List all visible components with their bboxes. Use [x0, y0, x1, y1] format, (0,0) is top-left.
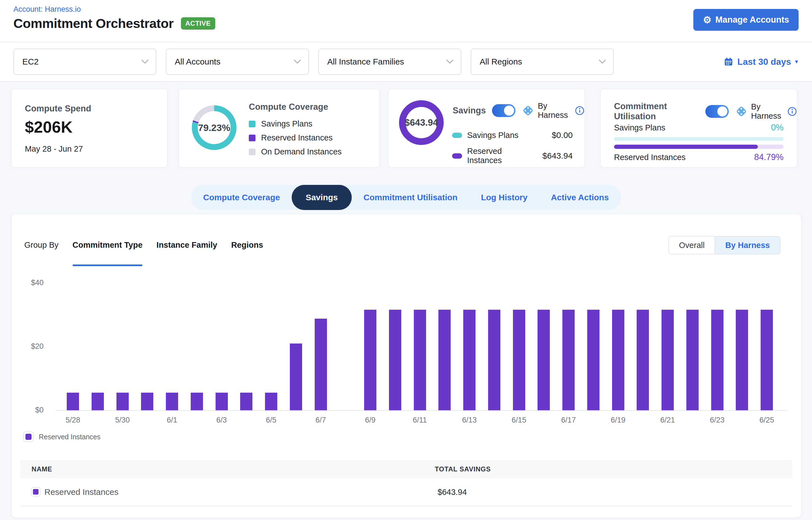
reserved-instances-utilisation-value: 84.79% — [754, 152, 784, 162]
group-by-controls: Group By Commitment Type Instance Family… — [24, 240, 263, 250]
compute-coverage-center-value: 79.23% — [192, 105, 236, 150]
table-header: NAME TOTAL SAVINGS — [20, 460, 792, 478]
x-tick-label: 6/21 — [651, 416, 684, 424]
bar-5/31[interactable] — [141, 393, 153, 410]
bar-6/7[interactable] — [315, 319, 327, 410]
bar-6/23[interactable] — [711, 310, 724, 410]
bar-6/3[interactable] — [215, 393, 228, 410]
account-link[interactable]: Account: Harness.io — [14, 5, 81, 14]
tab-active-actions[interactable]: Active Actions — [539, 185, 621, 210]
filter-bar: EC2 All Accounts All Instance Families A… — [0, 43, 812, 82]
bar-6/12[interactable] — [438, 310, 451, 410]
column-header-name: NAME — [31, 465, 52, 473]
bar-6/5[interactable] — [265, 393, 277, 410]
bar-6/2[interactable] — [191, 393, 203, 410]
segment-by-harness[interactable]: By Harness — [714, 237, 780, 254]
calendar-icon — [724, 57, 734, 67]
column-header-total-savings: TOTAL SAVINGS — [435, 465, 491, 473]
legend-checkbox — [23, 432, 34, 442]
group-by-commitment-type[interactable]: Commitment Type — [73, 240, 143, 250]
x-tick-label: 6/7 — [304, 416, 338, 424]
savings-row-reserved-instances: Reserved Instances $643.94 — [452, 147, 573, 165]
service-select[interactable]: EC2 — [14, 49, 156, 75]
bar-6/17[interactable] — [562, 310, 575, 410]
bar-6/6[interactable] — [290, 343, 302, 410]
tab-log-history[interactable]: Log History — [469, 185, 539, 210]
row-label: Savings Plans — [614, 123, 665, 132]
page-title: Commitment Orchestrator — [14, 16, 174, 31]
regions-select[interactable]: All Regions — [471, 49, 614, 75]
toggle-knob — [504, 106, 514, 115]
row-name: Reserved Instances — [44, 487, 119, 497]
x-tick-label: 6/9 — [353, 416, 387, 424]
savings-plans-utilisation-value: 0% — [771, 123, 784, 133]
x-tick-label: 5/28 — [56, 416, 89, 424]
bar-6/24[interactable] — [736, 310, 748, 410]
group-by-regions[interactable]: Regions — [231, 240, 263, 250]
savings-title: Savings — [453, 106, 486, 115]
bar-6/19[interactable] — [612, 310, 624, 410]
bar-5/30[interactable] — [116, 393, 129, 410]
segment-overall[interactable]: Overall — [669, 237, 715, 254]
harness-logo-icon — [522, 104, 534, 117]
caret-down-icon: ▾ — [795, 58, 798, 66]
bar-5/28[interactable] — [67, 393, 79, 410]
reserved-instances-utilisation-bar — [614, 145, 784, 149]
compute-spend-title: Compute Spend — [25, 104, 91, 114]
bar-6/20[interactable] — [637, 310, 649, 410]
tab-compute-coverage[interactable]: Compute Coverage — [191, 185, 292, 210]
savings-by-harness-toggle[interactable] — [492, 104, 516, 117]
bar-6/21[interactable] — [661, 310, 674, 410]
row-swatch-inner — [33, 489, 38, 495]
y-tick-label: $40 — [16, 279, 44, 287]
compute-coverage-card: 79.23% Compute Coverage Savings Plans Re… — [179, 89, 379, 167]
savings-plans-swatch — [249, 121, 256, 127]
bar-6/15[interactable] — [513, 310, 525, 410]
bar-6/11[interactable] — [414, 310, 426, 410]
utilisation-by-harness-toggle[interactable] — [705, 105, 729, 118]
bar-6/4[interactable] — [240, 393, 253, 410]
bar-6/22[interactable] — [686, 310, 699, 410]
by-harness-label: By Harness — [538, 101, 572, 120]
info-icon[interactable] — [787, 107, 797, 116]
row-value: $643.94 — [543, 151, 573, 161]
bar-6/10[interactable] — [389, 310, 401, 410]
reserved-instances-pill — [452, 153, 462, 159]
bar-6/13[interactable] — [463, 310, 475, 410]
bar-6/9[interactable] — [364, 310, 376, 410]
reserved-instances-swatch — [249, 135, 256, 141]
table-row[interactable]: Reserved Instances $643.94 — [20, 478, 792, 506]
x-tick-label: 6/15 — [502, 416, 536, 424]
x-tick-label: 6/1 — [155, 416, 189, 424]
group-by-instance-family[interactable]: Instance Family — [156, 240, 217, 250]
row-label: Reserved Instances — [614, 153, 685, 162]
overall-byharness-toggle: Overall By Harness — [669, 236, 781, 254]
savings-panel: Group By Commitment Type Instance Family… — [11, 214, 802, 518]
x-tick-label: 6/5 — [254, 416, 288, 424]
status-badge: ACTIVE — [181, 17, 215, 30]
chevron-down-icon — [294, 59, 301, 64]
tab-commitment-utilisation[interactable]: Commitment Utilisation — [352, 185, 469, 210]
bar-6/1[interactable] — [166, 393, 178, 410]
bar-5/29[interactable] — [91, 393, 104, 410]
bar-6/18[interactable] — [587, 310, 600, 410]
legend-item-reserved-instances: Reserved Instances — [249, 133, 342, 142]
date-range-picker[interactable]: Last 30 days ▾ — [724, 49, 798, 75]
bar-6/25[interactable] — [761, 310, 773, 410]
instance-families-select[interactable]: All Instance Families — [318, 49, 461, 75]
legend-label: Reserved Instances — [39, 433, 101, 441]
date-range-label: Last 30 days — [737, 57, 791, 67]
x-tick-label: 6/17 — [552, 416, 585, 424]
info-icon[interactable] — [575, 106, 584, 115]
x-axis-line — [56, 410, 787, 411]
tab-savings[interactable]: Savings — [292, 185, 352, 210]
compute-coverage-legend: Savings Plans Reserved Instances On Dema… — [249, 119, 342, 156]
legend-label: Reserved Instances — [261, 133, 333, 142]
utilisation-row-savings-plans: Savings Plans 0% — [614, 123, 784, 133]
chart-legend-reserved-instances[interactable]: Reserved Instances — [23, 432, 101, 442]
bar-6/16[interactable] — [538, 310, 550, 410]
savings-plans-utilisation-bar — [614, 137, 784, 141]
bar-6/14[interactable] — [488, 310, 500, 410]
accounts-select[interactable]: All Accounts — [166, 49, 309, 75]
manage-accounts-button[interactable]: ⚙ Manage Accounts — [693, 9, 798, 31]
